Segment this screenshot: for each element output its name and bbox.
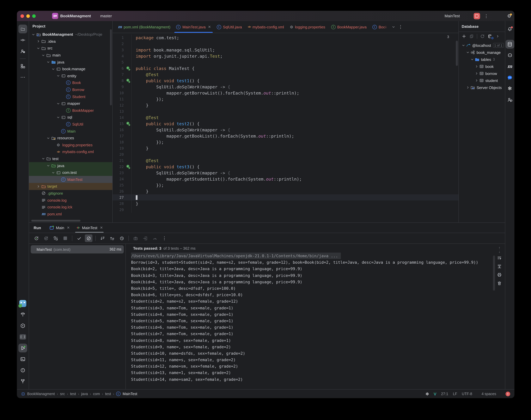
run-test-gutter-icon[interactable]: ✓ <box>126 66 130 70</box>
project-tree-item-com-test[interactable]: com.test <box>29 169 112 176</box>
test-tree-row[interactable]: MainTest (com.test) 362 ms <box>31 245 124 254</box>
inspections-widget[interactable]: 3 <box>445 35 454 39</box>
editor-tab-sqlutil-java[interactable]: CSqlUtil.java <box>214 21 245 33</box>
chevron-right-icon[interactable] <box>466 86 470 90</box>
chevron-down-icon[interactable] <box>461 43 465 47</box>
soft-wrap-icon[interactable] <box>497 255 502 260</box>
rerun-icon[interactable] <box>32 234 40 242</box>
minimize-window-button[interactable] <box>26 14 30 18</box>
tool-window-button-structure[interactable] <box>18 62 27 71</box>
chevron-down-icon[interactable] <box>51 170 55 175</box>
chevron-right-icon[interactable] <box>36 39 40 44</box>
clock-icon[interactable] <box>118 234 126 242</box>
tool-window-button-commit[interactable] <box>18 36 27 45</box>
data-source-settings-icon[interactable]: ⚙ <box>488 34 493 39</box>
project-tree-item-logging-properties[interactable]: ⚙logging.properties <box>29 141 112 148</box>
run-test-gutter-icon[interactable]: ✓ <box>126 122 130 126</box>
project-tree-item-maintest[interactable]: CMainTest <box>29 176 112 183</box>
tool-window-button-build-hammer[interactable] <box>18 310 27 319</box>
tool-window-button-services[interactable] <box>18 321 27 330</box>
project-tree-item-src[interactable]: src <box>29 45 112 52</box>
stop-button[interactable] <box>473 13 480 19</box>
notifications-bell-tool-button[interactable] <box>505 25 514 33</box>
run-tab-main[interactable]: Main✕ <box>46 223 73 233</box>
chevron-down-icon[interactable] <box>46 60 50 64</box>
collapse-all-icon[interactable] <box>108 234 116 242</box>
scroll-end-icon[interactable] <box>497 264 502 269</box>
tool-window-button-user-question[interactable]: ? <box>18 47 27 56</box>
breadcrumb-item[interactable]: BookManagment <box>27 392 55 396</box>
indent-widget[interactable]: 4 spaces <box>482 392 496 396</box>
project-tree-item-sql[interactable]: sql <box>29 114 112 121</box>
project-tree-item-book[interactable]: CBook <box>29 79 112 86</box>
project-tree-item-bookmapper[interactable]: IBookMapper <box>29 107 112 114</box>
project-tree-item-resources[interactable]: resources <box>29 135 112 141</box>
check-icon[interactable] <box>75 234 83 242</box>
project-selector[interactable]: BookManagment <box>60 14 92 18</box>
editor-tab-maintest-java[interactable]: CMainTest.java✕ <box>173 21 214 33</box>
refresh-icon[interactable] <box>480 34 485 39</box>
chevron-right-icon[interactable] <box>474 78 479 83</box>
maven-tool-button[interactable]: m <box>505 62 514 71</box>
copy-icon[interactable] <box>469 34 474 39</box>
expand-all-icon[interactable] <box>99 234 106 242</box>
project-tree-item--gitignore[interactable]: .gitignore <box>29 190 112 197</box>
export-icon[interactable] <box>141 234 149 242</box>
chevron-right-icon[interactable] <box>496 34 500 38</box>
chevron-right-icon[interactable] <box>474 71 479 75</box>
project-tree-item-student[interactable]: CStudent <box>29 93 112 100</box>
run-configuration-selector[interactable]: MainTest <box>443 14 461 18</box>
chevron-down-icon[interactable] <box>470 57 474 61</box>
camera-icon[interactable] <box>132 234 139 242</box>
project-vertical-scrollbar[interactable] <box>110 29 112 105</box>
editor-tab-pom-xml-bookmanagment-[interactable]: mpom.xml (BookManagment) <box>115 21 173 33</box>
project-tree-item-mybatis-config-xml[interactable]: </>mybatis-config.xml <box>29 148 112 155</box>
chevron-down-icon[interactable] <box>41 157 45 161</box>
chevron-down-icon[interactable] <box>41 53 45 57</box>
chevron-down-icon[interactable] <box>31 32 35 37</box>
error-indicator[interactable]: ! <box>505 391 510 396</box>
chat-bubble-tool-button[interactable] <box>505 73 514 82</box>
db-tree-item-book-manage[interactable]: book_manage <box>459 49 505 56</box>
project-tree-item-java[interactable]: java <box>29 59 112 66</box>
project-tree-item-console-log[interactable]: console.log <box>29 197 112 204</box>
line-separator-widget[interactable]: LF <box>453 392 457 396</box>
project-tree-item--idea[interactable]: .idea <box>29 38 112 45</box>
db-tree-item-tables[interactable]: tables3 <box>459 56 505 63</box>
rerun-failed-icon[interactable] <box>42 234 50 242</box>
project-tree-item-book-manage[interactable]: book.manage <box>29 66 112 73</box>
run-test-gutter-icon[interactable]: ✓ <box>126 79 130 83</box>
db-tree-item--localhost[interactable]: @localhost1 of 1 <box>459 42 505 49</box>
run-test-gutter-icon[interactable]: ✓ <box>126 165 130 169</box>
project-tree-item-bookmanagment[interactable]: BookManagment~/Desktop/Proje <box>29 31 112 38</box>
project-tree-item-mapper[interactable]: mapper <box>29 100 112 107</box>
restart-icon[interactable] <box>52 234 59 242</box>
chevron-down-icon[interactable] <box>56 101 60 105</box>
chevron-right-icon[interactable] <box>36 184 40 189</box>
tool-window-button-more[interactable] <box>18 73 27 82</box>
settings-button[interactable]: ⚙ <box>507 14 511 18</box>
tool-window-button-terminal[interactable] <box>18 355 27 363</box>
db-tree-item-book[interactable]: book <box>459 63 505 70</box>
tool-window-button-gopher-plugin[interactable] <box>18 299 27 308</box>
breadcrumb-item[interactable]: com <box>93 392 100 396</box>
project-tree-item-pom-xml[interactable]: mpom.xml <box>29 210 112 217</box>
db-tree-item-borrow[interactable]: borrow <box>459 70 505 77</box>
close-window-button[interactable] <box>20 14 24 18</box>
people-chat-tool-button[interactable] <box>505 95 514 104</box>
editor-tab-bookmapper-java[interactable]: IBookMapper.java <box>328 21 369 33</box>
console-scrollbar[interactable] <box>493 255 495 291</box>
more-actions-button[interactable]: ⋮ <box>484 13 488 19</box>
openai-tool-button[interactable]: ✻ <box>505 84 514 93</box>
copilot-tool-button[interactable] <box>505 51 514 60</box>
database-tool-button[interactable] <box>505 40 514 49</box>
tool-window-button-project-folder[interactable] <box>18 25 27 33</box>
tool-window-button-problems[interactable] <box>18 366 27 375</box>
editor-tab-mybatis-config-xml[interactable]: </>mybatis-config.xml <box>245 21 287 33</box>
close-tab-icon[interactable]: ✕ <box>67 226 70 230</box>
encoding-widget[interactable]: UTF-8 <box>462 392 472 396</box>
gauge-icon[interactable] <box>151 234 159 242</box>
project-panel-title[interactable]: Project <box>32 24 45 28</box>
openai-status-icon[interactable]: ✻ <box>426 391 429 396</box>
breadcrumb-item[interactable]: MainTest <box>123 392 137 396</box>
